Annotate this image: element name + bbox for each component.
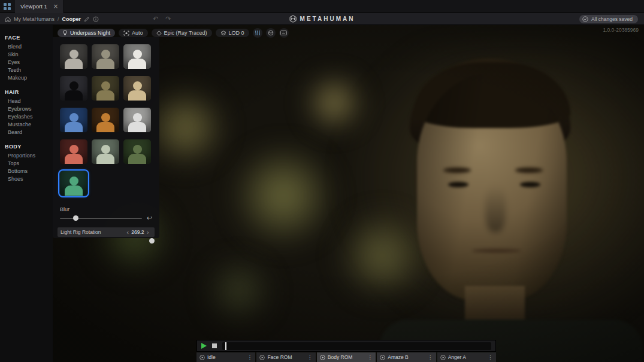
clip-icon (259, 355, 265, 360)
auto-frame-icon (123, 31, 129, 36)
blur-slider-row: ↩ (53, 214, 159, 221)
window-layout-icon (4, 3, 11, 10)
undo-icon[interactable]: ↶ (153, 15, 158, 23)
clip-label: Anger A (448, 354, 485, 360)
breadcrumb-separator: / (58, 16, 59, 22)
environment-thumbnail[interactable] (60, 44, 87, 69)
tab-viewport-1[interactable]: Viewport 1 × (15, 0, 64, 13)
sidebar: FACE Blend Skin Eyes Teeth Makeup HAIR H… (0, 25, 53, 362)
info-icon[interactable] (93, 16, 99, 22)
sidebar-item-skin[interactable]: Skin (0, 50, 53, 58)
environment-thumbnail[interactable] (60, 76, 87, 101)
transport-bar (196, 340, 496, 352)
auto-camera-button[interactable]: Auto (119, 29, 148, 37)
hair-physics-button[interactable] (253, 28, 262, 38)
kebab-menu-icon[interactable]: ⋮ (367, 354, 373, 360)
logo-text: METAHUMAN (300, 16, 355, 22)
environment-thumbnail[interactable] (60, 108, 87, 132)
clip-icon (199, 355, 205, 360)
sidebar-item-blend[interactable]: Blend (0, 42, 53, 50)
kebab-menu-icon[interactable]: ⋮ (488, 354, 493, 360)
sidebar-item-eyebrows[interactable]: Eyebrows (0, 105, 53, 112)
header-bar: My MetaHumans / Cooper ↶ ↷ METAHUMAN All… (0, 13, 644, 25)
close-icon[interactable]: × (53, 3, 58, 10)
sidebar-item-eyes[interactable]: Eyes (0, 58, 53, 66)
rotation-slider[interactable] (58, 238, 155, 245)
stop-button[interactable] (212, 343, 217, 348)
history-controls: ↶ ↷ (153, 15, 171, 23)
kebab-menu-icon[interactable]: ⋮ (307, 354, 313, 360)
environment-thumbnail-grid (53, 37, 159, 203)
environment-thumbnail[interactable] (60, 139, 87, 164)
sidebar-item-shoes[interactable]: Shoes (0, 175, 53, 182)
keyboard-shortcuts-button[interactable] (279, 28, 289, 38)
clip-icon (320, 355, 325, 360)
environment-label: Underpass Night (70, 30, 110, 36)
quality-button[interactable]: Epic (Ray Traced) (152, 29, 212, 37)
environment-thumbnail[interactable] (123, 108, 151, 132)
environment-thumbnail[interactable] (123, 76, 151, 101)
environment-thumbnail[interactable] (92, 76, 119, 101)
rotation-slider-handle[interactable] (149, 238, 155, 244)
environment-button[interactable]: Underpass Night (58, 29, 115, 37)
sidebar-section-hair: HAIR Head Eyebrows Eyelashes Mustache Be… (0, 87, 53, 136)
sidebar-section-face: FACE Blend Skin Eyes Teeth Makeup (0, 32, 53, 81)
breadcrumb-root[interactable]: My MetaHumans (14, 16, 55, 22)
blur-label: Blur (53, 203, 159, 214)
clip-label: Idle (207, 354, 244, 360)
clip-face-rom[interactable]: Face ROM ⋮ (256, 352, 315, 362)
lod-layers-icon (220, 31, 226, 36)
sidebar-item-bottoms[interactable]: Bottoms (0, 167, 53, 175)
clip-anger-a[interactable]: Anger A ⋮ (437, 352, 496, 362)
sidebar-item-tops[interactable]: Tops (0, 159, 53, 167)
tab-label: Viewport 1 (20, 3, 47, 10)
blur-slider-handle[interactable] (73, 215, 78, 221)
quality-label: Epic (Ray Traced) (164, 30, 207, 36)
clip-amaze-b[interactable]: Amaze B ⋮ (377, 352, 436, 362)
environment-thumbnail[interactable] (92, 44, 119, 69)
lod-button[interactable]: LOD 0 (216, 29, 249, 37)
playhead[interactable] (225, 342, 226, 350)
environment-thumbnail-selected[interactable] (60, 171, 87, 196)
animation-timeline: Idle ⋮ Face ROM ⋮ Body ROM ⋮ Amaze B ⋮ A… (196, 340, 496, 362)
breadcrumb: My MetaHumans / Cooper (5, 16, 99, 22)
lod-label: LOD 0 (229, 30, 244, 36)
environment-thumbnail[interactable] (92, 108, 119, 132)
environment-thumbnail[interactable] (123, 44, 151, 69)
blur-slider[interactable] (60, 218, 142, 219)
home-icon (5, 16, 11, 22)
clip-body-rom[interactable]: Body ROM ⋮ (317, 352, 376, 362)
version-text: 1.0.0-20385969 (603, 27, 639, 33)
sidebar-item-teeth[interactable]: Teeth (0, 66, 53, 74)
clay-preview-button[interactable] (266, 28, 276, 38)
clip-idle[interactable]: Idle ⋮ (196, 352, 255, 362)
rotation-increase-arrow[interactable]: › (144, 229, 152, 236)
timeline-scrubber[interactable] (222, 342, 491, 350)
sidebar-item-makeup[interactable]: Makeup (0, 74, 53, 81)
redo-icon[interactable]: ↷ (165, 15, 171, 23)
kebab-menu-icon[interactable]: ⋮ (247, 354, 252, 360)
clay-sphere-icon (268, 30, 274, 36)
edit-pencil-icon[interactable] (84, 16, 90, 22)
rotation-label: Light Rig Rotation (61, 229, 124, 235)
environment-thumbnail[interactable] (123, 139, 151, 164)
sidebar-item-head[interactable]: Head (0, 97, 53, 105)
sidebar-item-eyelashes[interactable]: Eyelashes (0, 112, 53, 120)
light-rig-rotation-row: Light Rig Rotation ‹ 269.2 › (58, 227, 155, 237)
play-button[interactable] (201, 343, 207, 349)
reset-icon[interactable]: ↩ (147, 215, 152, 221)
kebab-menu-icon[interactable]: ⋮ (428, 354, 433, 360)
keyboard-icon (280, 31, 287, 35)
environment-thumbnail[interactable] (92, 139, 119, 164)
rotation-value[interactable]: 269.2 (131, 229, 144, 235)
save-status-text: All changes saved (591, 16, 633, 22)
check-circle-icon (582, 16, 588, 22)
auto-label: Auto (132, 30, 143, 36)
sidebar-item-beard[interactable]: Beard (0, 128, 53, 136)
viewport-toolbar: Underpass Night Auto Epic (Ray Traced) L… (58, 28, 289, 38)
sidebar-item-mustache[interactable]: Mustache (0, 120, 53, 128)
lightbulb-icon (62, 30, 68, 36)
sidebar-item-proportions[interactable]: Proportions (0, 151, 53, 159)
rotation-decrease-arrow[interactable]: ‹ (124, 229, 131, 236)
clip-icon (380, 355, 385, 360)
